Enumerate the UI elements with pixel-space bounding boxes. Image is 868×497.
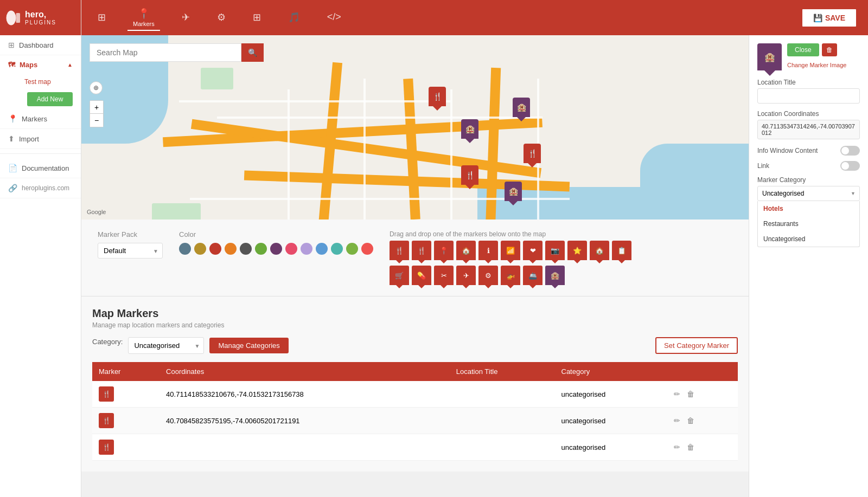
change-marker-image-link[interactable]: Change Marker Image [787, 62, 846, 68]
color-dot-6[interactable] [255, 243, 267, 255]
table-body: 🍴 40.711418533210676,-74.01532173156738 … [92, 381, 738, 461]
topnav-item-code[interactable]: </> [322, 9, 347, 27]
color-dot-7[interactable] [270, 243, 282, 255]
draggable-marker-17[interactable]: 🚁 [501, 266, 520, 285]
color-dot-9[interactable] [301, 243, 312, 255]
manage-categories-button[interactable]: Manage Categories [209, 338, 288, 353]
sidebar-item-documentation[interactable]: 📄 Documentation [0, 158, 81, 178]
delete-button[interactable]: 🗑 [822, 43, 837, 56]
sidebar-item-dashboard[interactable]: ⊞ Dashboard [0, 35, 81, 55]
draggable-marker-11[interactable]: 📋 [612, 241, 631, 260]
draggable-marker-6[interactable]: 📶 [501, 241, 520, 260]
nav-icon-routes: ✈ [182, 11, 190, 23]
location-coords-label: Location Coordinates [757, 110, 860, 118]
color-dot-4[interactable] [225, 243, 237, 255]
map-marker-3[interactable]: 🍴 [461, 165, 478, 185]
topnav-item-something[interactable]: ⊞ [92, 9, 111, 27]
svg-rect-1 [16, 13, 21, 23]
row-2-edit-button[interactable]: ✏ [672, 415, 682, 426]
preview-marker-icon: 🏨 [757, 43, 782, 70]
zoom-in-button[interactable]: + [90, 101, 103, 114]
map-marker-2[interactable]: 🍴 [524, 144, 541, 163]
draggable-marker-12[interactable]: 🛒 [390, 266, 409, 285]
color-dot-2[interactable] [194, 243, 206, 255]
sidebar-item-test-map[interactable]: Test map [19, 74, 81, 89]
add-new-button[interactable]: Add New [27, 92, 73, 106]
row-1-actions: ✏ 🗑 [665, 381, 738, 408]
draggable-marker-1[interactable]: 🍴 [390, 241, 409, 260]
code-icon: </> [327, 11, 341, 23]
category-option-uncategorised[interactable]: Uncategorised [758, 231, 859, 247]
map-marker-hotel-2[interactable]: 🏨 [513, 98, 530, 117]
thin-road-1 [179, 100, 450, 102]
draggable-marker-3[interactable]: 📍 [434, 241, 454, 260]
topnav-item-routes[interactable]: ✈ [176, 9, 195, 27]
topnav-item-settings[interactable]: ⚙ [212, 9, 231, 27]
color-dot-3[interactable] [209, 243, 221, 255]
info-window-toggle[interactable] [840, 146, 860, 156]
draggable-marker-16[interactable]: ⚙ [478, 266, 498, 285]
row-3-edit-button[interactable]: ✏ [672, 442, 682, 453]
draggable-marker-hotel[interactable]: 🏨 [545, 266, 565, 285]
thin-road-2 [217, 117, 542, 119]
sidebar-item-maps[interactable]: 🗺 Maps ▲ [0, 55, 81, 74]
topnav-item-audio[interactable]: 🎵 [283, 9, 305, 27]
panel-select-wrap: Uncategorised [757, 186, 860, 201]
draggable-marker-13[interactable]: 💊 [412, 266, 431, 285]
draggable-marker-7[interactable]: ❤ [523, 241, 542, 260]
sidebar-submenu: Test map Add New [0, 74, 81, 109]
draggable-marker-10[interactable]: 🏠 [590, 241, 609, 260]
row-1-edit-button[interactable]: ✏ [672, 389, 682, 399]
row-1-delete-button[interactable]: 🗑 [685, 389, 697, 399]
topnav-item-table[interactable]: ⊞ [247, 9, 266, 27]
search-button[interactable]: 🔍 [241, 43, 264, 62]
location-title-field: Location Title [757, 79, 860, 104]
sidebar-item-import[interactable]: ⬆ Import [0, 129, 81, 149]
row-3-delete-button[interactable]: 🗑 [685, 442, 697, 453]
set-category-marker-button[interactable]: Set Category Marker [655, 337, 738, 354]
draggable-marker-9[interactable]: ⭐ [567, 241, 587, 260]
draggable-marker-15[interactable]: ✈ [456, 266, 476, 285]
search-input[interactable] [90, 43, 241, 62]
color-dot-13[interactable] [361, 243, 373, 255]
sidebar-item-heroplugins[interactable]: 🔗 heroplugins.com [0, 178, 81, 198]
color-dot-1[interactable] [179, 243, 191, 255]
category-select-container: Uncategorised Hotels Restaurants Uncateg… [757, 186, 860, 201]
save-button[interactable]: 💾 SAVE [801, 8, 857, 28]
color-dot-8[interactable] [285, 243, 297, 255]
close-button[interactable]: Close [787, 43, 819, 56]
draggable-marker-2[interactable]: 🍴 [412, 241, 431, 260]
draggable-marker-8[interactable]: 📷 [545, 241, 565, 260]
row-3-coords [159, 434, 450, 461]
location-title-input[interactable] [757, 88, 860, 104]
category-select[interactable]: Uncategorised [128, 337, 204, 354]
map-container[interactable]: 🍴 🍴 🍴 🏨 🏨 🏨 🔍 ⊕ [81, 35, 749, 220]
pack-section: Marker Pack Default [98, 230, 163, 259]
draggable-marker-4[interactable]: 🏠 [456, 241, 476, 260]
map-marker-hotel-3[interactable]: 🏨 [505, 182, 522, 201]
color-dot-11[interactable] [331, 243, 343, 255]
row-2-delete-button[interactable]: 🗑 [685, 415, 697, 426]
category-option-hotels[interactable]: Hotels [758, 201, 859, 216]
draggable-marker-18[interactable]: 🚢 [523, 266, 542, 285]
color-label: Color [179, 230, 373, 238]
draggable-marker-5[interactable]: ℹ [478, 241, 498, 260]
link-icon: 🔗 [8, 184, 17, 192]
draggable-marker-14[interactable]: ✂ [434, 266, 454, 285]
sidebar-item-markers[interactable]: 📍 Markers [0, 109, 81, 129]
panel-category-select[interactable]: Uncategorised [757, 186, 860, 201]
zoom-out-button[interactable]: − [90, 114, 103, 127]
map-marker-1[interactable]: 🍴 [429, 87, 446, 106]
pack-select[interactable]: Default [98, 243, 163, 259]
link-label: Link [757, 162, 769, 170]
topnav-item-markers[interactable]: 📍 Markers [127, 5, 160, 31]
map-nav-icon[interactable]: ⊕ [90, 81, 103, 94]
pack-label: Marker Pack [98, 230, 163, 238]
color-dot-10[interactable] [316, 243, 328, 255]
svg-point-0 [7, 10, 16, 25]
map-marker-hotel-1[interactable]: 🏨 [461, 119, 478, 139]
link-toggle[interactable] [840, 161, 860, 171]
color-dot-5[interactable] [240, 243, 252, 255]
color-dot-12[interactable] [346, 243, 358, 255]
category-option-restaurants[interactable]: Restaurants [758, 216, 859, 231]
